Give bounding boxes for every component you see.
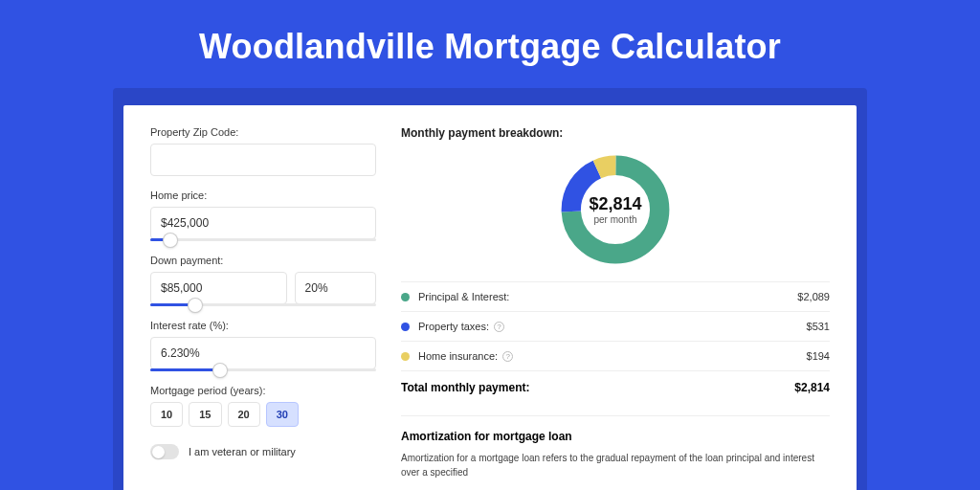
period-label: Mortgage period (years): bbox=[150, 385, 376, 396]
inputs-column: Property Zip Code: Home price: Down paym… bbox=[150, 126, 376, 490]
veteran-label: I am veteran or military bbox=[189, 446, 296, 457]
legend-label: Principal & Interest: bbox=[418, 291, 797, 302]
calculator-card: Property Zip Code: Home price: Down paym… bbox=[123, 105, 857, 490]
rate-slider[interactable] bbox=[150, 368, 376, 371]
down-payment-pct-input[interactable] bbox=[295, 272, 376, 304]
down-payment-input[interactable] bbox=[150, 272, 287, 304]
legend-dot-icon bbox=[401, 352, 410, 361]
card-shadow: Property Zip Code: Home price: Down paym… bbox=[113, 88, 867, 490]
donut-chart-wrap: $2,814 per month bbox=[401, 147, 830, 281]
legend-label-text: Principal & Interest: bbox=[418, 291, 509, 302]
legend-total-row: Total monthly payment: $2,814 bbox=[401, 371, 830, 408]
legend-label: Home insurance: ? bbox=[418, 350, 807, 362]
zip-input[interactable] bbox=[150, 144, 376, 176]
slider-thumb[interactable] bbox=[189, 299, 202, 312]
donut-chart: $2,814 per month bbox=[557, 151, 674, 268]
down-payment-slider[interactable] bbox=[150, 303, 376, 306]
total-value: $2,814 bbox=[794, 381, 830, 394]
slider-thumb[interactable] bbox=[164, 234, 177, 247]
legend-label-text: Property taxes: bbox=[418, 321, 489, 332]
home-price-input[interactable] bbox=[150, 207, 376, 239]
amortization-text: Amortization for a mortgage loan refers … bbox=[401, 451, 830, 479]
rate-label: Interest rate (%): bbox=[150, 320, 376, 331]
slider-fill bbox=[150, 368, 220, 371]
zip-label: Property Zip Code: bbox=[150, 126, 376, 138]
period-option-15[interactable]: 15 bbox=[189, 402, 221, 427]
home-price-slider[interactable] bbox=[150, 238, 376, 241]
page-title: Woodlandville Mortgage Calculator bbox=[0, 0, 980, 88]
legend-row-insurance: Home insurance: ? $194 bbox=[401, 342, 830, 371]
legend-row-taxes: Property taxes: ? $531 bbox=[401, 312, 830, 342]
period-option-10[interactable]: 10 bbox=[150, 402, 183, 427]
down-payment-group: Down payment: bbox=[150, 255, 376, 306]
home-price-group: Home price: bbox=[150, 189, 376, 241]
help-icon[interactable]: ? bbox=[502, 351, 513, 362]
period-option-30[interactable]: 30 bbox=[266, 402, 299, 427]
period-option-20[interactable]: 20 bbox=[228, 402, 260, 427]
home-price-label: Home price: bbox=[150, 189, 376, 201]
zip-group: Property Zip Code: bbox=[150, 126, 376, 176]
legend-value: $194 bbox=[807, 350, 830, 362]
breakdown-title: Monthly payment breakdown: bbox=[401, 126, 830, 140]
legend-label-text: Home insurance: bbox=[418, 350, 498, 362]
total-label: Total monthly payment: bbox=[401, 381, 794, 394]
breakdown-column: Monthly payment breakdown: $2,814 per mo… bbox=[401, 126, 830, 490]
period-options: 10 15 20 30 bbox=[150, 402, 376, 427]
donut-center-sub: per month bbox=[593, 214, 636, 225]
legend-dot-icon bbox=[401, 293, 410, 301]
veteran-toggle[interactable] bbox=[150, 444, 179, 459]
legend-value: $2,089 bbox=[797, 291, 830, 302]
legend-dot-icon bbox=[401, 323, 410, 331]
help-icon[interactable]: ? bbox=[494, 322, 504, 332]
legend: Principal & Interest: $2,089 Property ta… bbox=[401, 281, 830, 408]
legend-value: $531 bbox=[807, 321, 830, 332]
rate-group: Interest rate (%): bbox=[150, 320, 376, 371]
amortization-title: Amortization for mortgage loan bbox=[401, 415, 830, 443]
down-payment-label: Down payment: bbox=[150, 255, 376, 266]
period-group: Mortgage period (years): 10 15 20 30 bbox=[150, 385, 376, 427]
donut-center-value: $2,814 bbox=[589, 194, 641, 214]
rate-input[interactable] bbox=[150, 337, 376, 369]
legend-row-principal: Principal & Interest: $2,089 bbox=[401, 282, 830, 312]
donut-center: $2,814 per month bbox=[557, 151, 674, 268]
legend-label: Property taxes: ? bbox=[418, 321, 807, 332]
veteran-row: I am veteran or military bbox=[150, 444, 376, 459]
slider-thumb[interactable] bbox=[213, 364, 227, 377]
